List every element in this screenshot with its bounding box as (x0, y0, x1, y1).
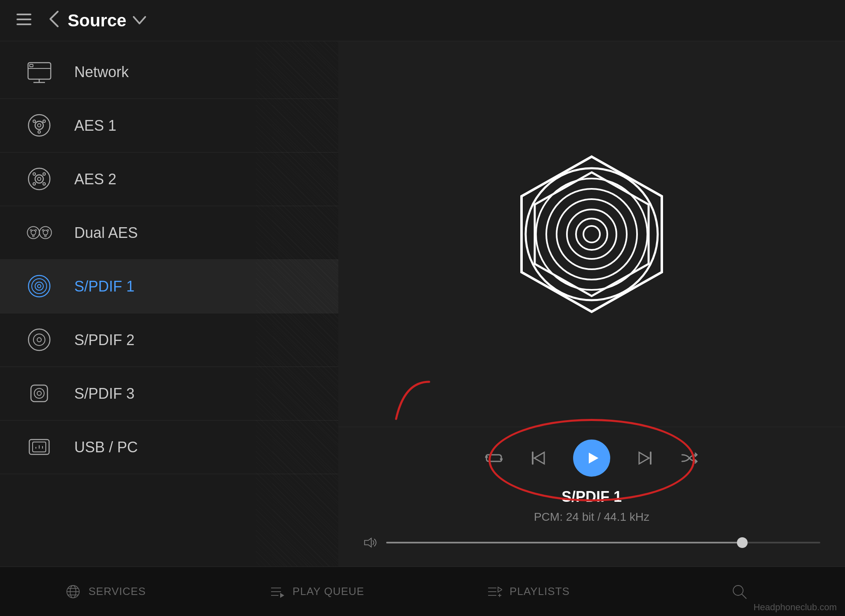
svg-marker-73 (498, 587, 502, 592)
album-art (505, 148, 678, 321)
back-icon[interactable] (48, 10, 59, 31)
svg-point-23 (30, 229, 32, 231)
svg-line-77 (742, 594, 746, 599)
svg-rect-0 (17, 14, 31, 15)
svg-marker-56 (534, 452, 544, 464)
svg-point-16 (38, 177, 41, 181)
svg-marker-57 (589, 453, 598, 464)
track-info: PCM: 24 bit / 44.1 kHz (363, 510, 820, 524)
volume-icon (363, 535, 378, 550)
volume-slider[interactable] (386, 542, 820, 543)
shuffle-button[interactable] (680, 448, 699, 468)
svg-point-40 (37, 391, 41, 395)
svg-point-76 (733, 585, 743, 595)
playlists-label: PLAYLISTS (510, 585, 570, 598)
search-tab[interactable] (634, 584, 845, 600)
svg-marker-69 (280, 593, 284, 598)
spdif2-icon (25, 326, 54, 355)
svg-marker-46 (522, 157, 662, 312)
svg-point-10 (38, 124, 41, 127)
page-title: Source (68, 11, 126, 31)
svg-point-36 (33, 334, 45, 346)
skip-forward-button[interactable] (635, 448, 655, 468)
bottom-bar: SERVICES PLAY QUEUE PLAYLISTS Headphonec… (0, 567, 845, 616)
source-label-spdif2: S/PDIF 2 (74, 332, 135, 349)
volume-row (363, 535, 820, 550)
aes1-icon (25, 111, 54, 140)
services-tab[interactable]: SERVICES (0, 584, 211, 600)
volume-slider-fill (386, 542, 742, 543)
source-item-spdif1[interactable]: S/PDIF 1 (0, 260, 338, 313)
svg-point-9 (35, 121, 43, 129)
player-controls (363, 440, 820, 477)
source-label-aes2: AES 2 (74, 171, 116, 188)
play-queue-icon (269, 584, 285, 600)
play-queue-label: PLAY QUEUE (293, 585, 364, 598)
source-label-network: Network (74, 63, 129, 81)
source-label-spdif3: S/PDIF 3 (74, 385, 135, 402)
source-item-usb[interactable]: USB / PC (0, 421, 338, 474)
svg-point-24 (35, 229, 36, 231)
svg-point-17 (33, 173, 35, 175)
source-item-spdif3[interactable]: S/PDIF 3 (0, 367, 338, 421)
svg-rect-3 (28, 63, 51, 79)
svg-marker-54 (535, 172, 649, 296)
services-label: SERVICES (88, 585, 146, 598)
svg-point-15 (35, 175, 43, 183)
source-item-dual-aes[interactable]: Dual AES (0, 206, 338, 260)
globe-icon (65, 584, 81, 600)
svg-rect-38 (31, 385, 47, 402)
source-label-aes1: AES 1 (74, 117, 116, 134)
source-label-dual-aes: Dual AES (74, 224, 138, 242)
main-content: Network AES 1 (0, 41, 845, 567)
spdif3-icon (25, 379, 54, 408)
svg-point-18 (43, 173, 45, 175)
svg-point-20 (43, 183, 45, 185)
play-queue-tab[interactable]: PLAY QUEUE (211, 584, 422, 600)
menu-icon[interactable] (17, 14, 31, 27)
watermark: Headphoneclub.com (753, 602, 837, 613)
svg-point-49 (546, 189, 637, 280)
svg-point-34 (38, 284, 41, 288)
source-item-spdif2[interactable]: S/PDIF 2 (0, 313, 338, 367)
svg-point-32 (32, 279, 47, 294)
repeat-button[interactable] (484, 448, 504, 468)
svg-point-14 (28, 168, 50, 190)
svg-rect-1 (17, 19, 31, 20)
aes2-icon (25, 165, 54, 194)
search-icon (732, 584, 747, 600)
svg-point-28 (42, 229, 44, 231)
player-area: S/PDIF 1 PCM: 24 bit / 44.1 kHz (338, 427, 845, 567)
svg-rect-2 (17, 24, 31, 25)
svg-point-29 (47, 229, 48, 231)
svg-point-13 (38, 131, 40, 133)
svg-point-51 (567, 209, 616, 259)
dual-aes-icon (25, 219, 54, 247)
svg-point-30 (45, 235, 46, 237)
playlists-icon (486, 584, 502, 600)
skip-back-button[interactable] (529, 448, 548, 468)
source-label-spdif1: S/PDIF 1 (74, 278, 135, 295)
source-item-aes1[interactable]: AES 1 (0, 99, 338, 153)
svg-point-25 (32, 235, 34, 237)
album-art-area (338, 41, 845, 427)
source-label-usb: USB / PC (74, 439, 138, 456)
svg-marker-60 (365, 538, 371, 547)
header: Source (0, 0, 845, 41)
volume-slider-thumb[interactable] (737, 537, 748, 548)
play-button[interactable] (573, 440, 610, 477)
svg-point-35 (28, 329, 50, 350)
svg-point-52 (576, 219, 607, 250)
source-item-aes2[interactable]: AES 2 (0, 153, 338, 206)
svg-point-37 (37, 338, 41, 342)
source-list: Network AES 1 (0, 41, 338, 567)
playlists-tab[interactable]: PLAYLISTS (422, 584, 634, 600)
svg-point-19 (33, 183, 35, 185)
right-panel: S/PDIF 1 PCM: 24 bit / 44.1 kHz (338, 41, 845, 567)
svg-point-11 (33, 120, 35, 122)
source-item-network[interactable]: Network (0, 45, 338, 99)
spdif1-icon (25, 272, 54, 301)
usb-icon (25, 433, 54, 462)
chevron-down-icon[interactable] (133, 14, 146, 27)
track-title: S/PDIF 1 (363, 488, 820, 505)
